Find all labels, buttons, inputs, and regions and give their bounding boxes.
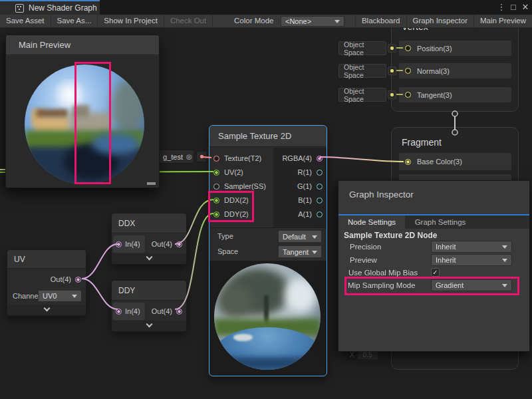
node-ddx[interactable]: DDX In(4) Out(4) [111, 213, 187, 265]
node-sample-texture-2d[interactable]: Sample Texture 2D Texture(T2) UV(2) Samp… [209, 125, 327, 376]
precision-label: Precision [350, 243, 381, 251]
check-out-button: Check Out [164, 15, 213, 28]
inspector-title: Graph Inspector [338, 181, 529, 200]
node-preview[interactable] [209, 261, 327, 376]
tab-node-settings[interactable]: Node Settings [338, 215, 405, 229]
output-g[interactable]: G(1) [297, 182, 323, 190]
output-r[interactable]: R(1) [298, 168, 323, 176]
tangent-space-dropdown[interactable]: Object Space [338, 88, 386, 102]
position-space-port[interactable] [388, 44, 396, 53]
base-color-port[interactable] [405, 159, 411, 165]
ddy-out-slot[interactable]: Out(4) [152, 303, 182, 320]
tab-graph-settings[interactable]: Graph Settings [405, 215, 475, 229]
position-space-dropdown[interactable]: Object Space [338, 41, 386, 55]
ddx-collapse-button[interactable] [112, 253, 186, 264]
chevron-down-icon [146, 254, 152, 261]
ddx-title[interactable]: DDX [112, 213, 186, 233]
r-port[interactable] [317, 170, 323, 176]
normal-space-port[interactable] [388, 66, 396, 75]
main-preview-toggle-button[interactable]: Main Preview [473, 15, 532, 28]
graph-inspector-toggle-button[interactable]: Graph Inspector [406, 15, 473, 28]
uv-collapse-button[interactable] [7, 305, 86, 315]
ddy-in-port[interactable] [116, 309, 122, 315]
space-label: Space [217, 247, 238, 255]
uv-channel-dropdown[interactable]: UV0 [38, 290, 82, 302]
b-port[interactable] [317, 198, 323, 203]
preview-dropdown[interactable]: Inherit [431, 254, 512, 266]
save-asset-button[interactable]: Save Asset [0, 15, 51, 28]
type-label: Type [217, 232, 233, 240]
g-port[interactable] [317, 184, 323, 190]
output-a[interactable]: A(1) [298, 210, 323, 218]
document-tab[interactable]: New Shader Graph [0, 0, 100, 15]
blackboard-toggle-button[interactable]: Blackboard [355, 15, 406, 28]
highlight-rect-ddx-ddy-inputs [208, 191, 254, 222]
node-title[interactable]: Sample Texture 2D [209, 126, 327, 147]
highlight-rect-preview-strip [74, 62, 111, 184]
node-preview-sphere [214, 263, 321, 370]
exposed-property-icon: ◎ [186, 154, 192, 160]
node-uv[interactable]: UV Out(4) Channe UV0 [7, 249, 86, 316]
vertex-row-position[interactable]: Position(3) [399, 41, 511, 56]
tab-title: New Shader Graph [29, 3, 97, 13]
input-sampler[interactable]: Sampler(SS) [213, 182, 266, 190]
show-in-project-button[interactable]: Show In Project [98, 15, 164, 28]
preview-resize-handle[interactable] [147, 182, 156, 185]
a-port[interactable] [317, 211, 323, 217]
type-dropdown[interactable]: Default [278, 230, 322, 243]
input-uv[interactable]: UV(2) [213, 168, 243, 176]
color-mode-dropdown[interactable]: <None> [281, 16, 344, 27]
rgba-port[interactable] [317, 156, 323, 162]
output-b[interactable]: B(1) [298, 196, 323, 204]
mip-bias-label: Use Global Mip Bias [348, 269, 418, 277]
main-preview-header[interactable]: Main Preview [6, 35, 159, 55]
gtest-output-port[interactable] [196, 151, 207, 162]
mip-bias-checkbox[interactable]: ✓ [431, 268, 440, 277]
color-mode-label: Color Mode [228, 15, 279, 28]
ddx-in-port[interactable] [116, 241, 122, 247]
highlight-rect-mip-sampling-mode [344, 277, 519, 295]
uv-title[interactable]: UV [7, 250, 86, 269]
close-icon[interactable]: ✕ [520, 1, 531, 13]
inspector-section-title: Sample Texture 2D Node [344, 231, 437, 240]
preview-label: Preview [350, 256, 377, 264]
position-port[interactable] [405, 45, 411, 51]
normal-port[interactable] [405, 68, 411, 74]
node-ddy[interactable]: DDY In(4) Out(4) [111, 280, 187, 332]
tangent-space-port[interactable] [388, 90, 396, 99]
graph-inspector-panel[interactable]: Graph Inspector Node Settings Graph Sett… [338, 180, 530, 352]
input-texture[interactable]: Texture(T2) [213, 154, 261, 162]
maximize-icon[interactable]: □ [508, 1, 519, 13]
ddx-in-slot[interactable]: In(4) [113, 235, 145, 253]
ddy-collapse-button[interactable] [112, 321, 186, 331]
vertex-row-tangent[interactable]: Tangent(3) [399, 87, 511, 102]
tab-bar: New Shader Graph ⋮ □ ✕ [0, 0, 532, 15]
space-dropdown[interactable]: Tangent [278, 245, 322, 258]
vertex-row-normal[interactable]: Normal(3) [399, 63, 511, 78]
chevron-down-icon [43, 305, 50, 312]
texture-port[interactable] [213, 156, 219, 162]
uv-out-slot[interactable]: Out(4) [51, 269, 81, 289]
uv-port[interactable] [213, 170, 219, 176]
ddy-title[interactable]: DDY [112, 281, 186, 301]
ddy-in-slot[interactable]: In(4) [113, 303, 145, 320]
shader-graph-window: Vertex Position(3) Normal(3) Tangent(3) … [0, 0, 532, 399]
precision-dropdown[interactable]: Inherit [431, 241, 512, 253]
uv-channel-label: Channe [13, 292, 39, 300]
sampler-port[interactable] [213, 184, 219, 190]
normal-space-dropdown[interactable]: Object Space [338, 64, 386, 78]
ddx-out-slot[interactable]: Out(4) [152, 235, 182, 253]
property-node-gtest[interactable]: g_test ◎ [158, 150, 194, 164]
save-as-button[interactable]: Save As... [51, 15, 98, 28]
ddx-out-port[interactable] [176, 241, 182, 247]
output-rgba[interactable]: RGBA(4) [282, 154, 323, 162]
fragment-title: Fragment [402, 137, 442, 148]
tangent-port[interactable] [405, 92, 411, 98]
shader-graph-icon [15, 4, 24, 13]
chevron-down-icon [146, 321, 152, 328]
fragment-row-base-color[interactable]: Base Color(3) [399, 153, 511, 170]
uv-out-port[interactable] [75, 277, 81, 283]
toolbar: Save Asset Save As... Show In Project Ch… [0, 15, 532, 28]
ddy-out-port[interactable] [176, 309, 182, 315]
window-menu-icon[interactable]: ⋮ [496, 1, 507, 13]
